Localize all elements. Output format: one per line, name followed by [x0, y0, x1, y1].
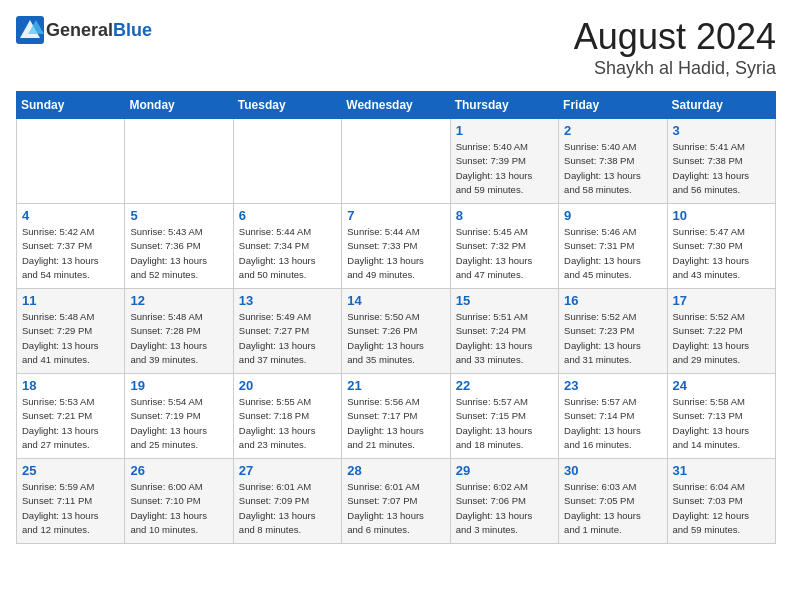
logo-general: General [46, 20, 113, 40]
day-number: 23 [564, 378, 661, 393]
day-info: Sunrise: 5:48 AM Sunset: 7:28 PM Dayligh… [130, 310, 227, 367]
day-info: Sunrise: 5:52 AM Sunset: 7:22 PM Dayligh… [673, 310, 770, 367]
calendar-cell: 28Sunrise: 6:01 AM Sunset: 7:07 PM Dayli… [342, 459, 450, 544]
calendar-table: SundayMondayTuesdayWednesdayThursdayFrid… [16, 91, 776, 544]
day-info: Sunrise: 6:02 AM Sunset: 7:06 PM Dayligh… [456, 480, 553, 537]
day-number: 13 [239, 293, 336, 308]
day-info: Sunrise: 5:43 AM Sunset: 7:36 PM Dayligh… [130, 225, 227, 282]
day-number: 5 [130, 208, 227, 223]
day-info: Sunrise: 5:45 AM Sunset: 7:32 PM Dayligh… [456, 225, 553, 282]
calendar-week-5: 25Sunrise: 5:59 AM Sunset: 7:11 PM Dayli… [17, 459, 776, 544]
logo-icon [16, 16, 44, 44]
weekday-header-saturday: Saturday [667, 92, 775, 119]
day-info: Sunrise: 5:48 AM Sunset: 7:29 PM Dayligh… [22, 310, 119, 367]
weekday-header-wednesday: Wednesday [342, 92, 450, 119]
day-info: Sunrise: 5:41 AM Sunset: 7:38 PM Dayligh… [673, 140, 770, 197]
day-number: 21 [347, 378, 444, 393]
calendar-cell [17, 119, 125, 204]
day-number: 7 [347, 208, 444, 223]
weekday-header-tuesday: Tuesday [233, 92, 341, 119]
calendar-cell [233, 119, 341, 204]
calendar-week-1: 1Sunrise: 5:40 AM Sunset: 7:39 PM Daylig… [17, 119, 776, 204]
calendar-cell: 18Sunrise: 5:53 AM Sunset: 7:21 PM Dayli… [17, 374, 125, 459]
day-number: 1 [456, 123, 553, 138]
day-info: Sunrise: 5:55 AM Sunset: 7:18 PM Dayligh… [239, 395, 336, 452]
day-number: 22 [456, 378, 553, 393]
day-info: Sunrise: 6:01 AM Sunset: 7:09 PM Dayligh… [239, 480, 336, 537]
calendar-cell: 17Sunrise: 5:52 AM Sunset: 7:22 PM Dayli… [667, 289, 775, 374]
day-number: 16 [564, 293, 661, 308]
day-number: 10 [673, 208, 770, 223]
day-info: Sunrise: 5:49 AM Sunset: 7:27 PM Dayligh… [239, 310, 336, 367]
calendar-cell: 20Sunrise: 5:55 AM Sunset: 7:18 PM Dayli… [233, 374, 341, 459]
day-number: 31 [673, 463, 770, 478]
weekday-header-sunday: Sunday [17, 92, 125, 119]
weekday-header-thursday: Thursday [450, 92, 558, 119]
calendar-cell: 8Sunrise: 5:45 AM Sunset: 7:32 PM Daylig… [450, 204, 558, 289]
calendar-cell: 30Sunrise: 6:03 AM Sunset: 7:05 PM Dayli… [559, 459, 667, 544]
day-number: 17 [673, 293, 770, 308]
calendar-cell: 3Sunrise: 5:41 AM Sunset: 7:38 PM Daylig… [667, 119, 775, 204]
day-number: 30 [564, 463, 661, 478]
day-info: Sunrise: 5:57 AM Sunset: 7:15 PM Dayligh… [456, 395, 553, 452]
calendar-cell [342, 119, 450, 204]
calendar-cell: 7Sunrise: 5:44 AM Sunset: 7:33 PM Daylig… [342, 204, 450, 289]
day-info: Sunrise: 5:40 AM Sunset: 7:38 PM Dayligh… [564, 140, 661, 197]
day-info: Sunrise: 5:44 AM Sunset: 7:34 PM Dayligh… [239, 225, 336, 282]
calendar-week-4: 18Sunrise: 5:53 AM Sunset: 7:21 PM Dayli… [17, 374, 776, 459]
calendar-week-3: 11Sunrise: 5:48 AM Sunset: 7:29 PM Dayli… [17, 289, 776, 374]
day-number: 2 [564, 123, 661, 138]
day-number: 27 [239, 463, 336, 478]
calendar-cell: 6Sunrise: 5:44 AM Sunset: 7:34 PM Daylig… [233, 204, 341, 289]
calendar-cell: 31Sunrise: 6:04 AM Sunset: 7:03 PM Dayli… [667, 459, 775, 544]
calendar-cell [125, 119, 233, 204]
day-number: 18 [22, 378, 119, 393]
day-info: Sunrise: 5:47 AM Sunset: 7:30 PM Dayligh… [673, 225, 770, 282]
day-info: Sunrise: 6:03 AM Sunset: 7:05 PM Dayligh… [564, 480, 661, 537]
day-info: Sunrise: 5:52 AM Sunset: 7:23 PM Dayligh… [564, 310, 661, 367]
day-number: 29 [456, 463, 553, 478]
day-info: Sunrise: 5:59 AM Sunset: 7:11 PM Dayligh… [22, 480, 119, 537]
calendar-cell: 4Sunrise: 5:42 AM Sunset: 7:37 PM Daylig… [17, 204, 125, 289]
day-number: 6 [239, 208, 336, 223]
day-info: Sunrise: 5:46 AM Sunset: 7:31 PM Dayligh… [564, 225, 661, 282]
day-info: Sunrise: 5:42 AM Sunset: 7:37 PM Dayligh… [22, 225, 119, 282]
weekday-header-friday: Friday [559, 92, 667, 119]
day-number: 15 [456, 293, 553, 308]
day-number: 28 [347, 463, 444, 478]
day-number: 8 [456, 208, 553, 223]
day-number: 9 [564, 208, 661, 223]
calendar-cell: 9Sunrise: 5:46 AM Sunset: 7:31 PM Daylig… [559, 204, 667, 289]
logo: GeneralBlue [16, 16, 152, 44]
calendar-cell: 21Sunrise: 5:56 AM Sunset: 7:17 PM Dayli… [342, 374, 450, 459]
day-info: Sunrise: 5:58 AM Sunset: 7:13 PM Dayligh… [673, 395, 770, 452]
day-info: Sunrise: 5:50 AM Sunset: 7:26 PM Dayligh… [347, 310, 444, 367]
calendar-cell: 27Sunrise: 6:01 AM Sunset: 7:09 PM Dayli… [233, 459, 341, 544]
day-info: Sunrise: 5:51 AM Sunset: 7:24 PM Dayligh… [456, 310, 553, 367]
title-block: August 2024 Shaykh al Hadid, Syria [574, 16, 776, 79]
calendar-cell: 25Sunrise: 5:59 AM Sunset: 7:11 PM Dayli… [17, 459, 125, 544]
calendar-cell: 11Sunrise: 5:48 AM Sunset: 7:29 PM Dayli… [17, 289, 125, 374]
page-header: GeneralBlue August 2024 Shaykh al Hadid,… [16, 16, 776, 79]
calendar-cell: 2Sunrise: 5:40 AM Sunset: 7:38 PM Daylig… [559, 119, 667, 204]
weekday-header-monday: Monday [125, 92, 233, 119]
day-info: Sunrise: 5:57 AM Sunset: 7:14 PM Dayligh… [564, 395, 661, 452]
day-info: Sunrise: 6:00 AM Sunset: 7:10 PM Dayligh… [130, 480, 227, 537]
calendar-cell: 26Sunrise: 6:00 AM Sunset: 7:10 PM Dayli… [125, 459, 233, 544]
logo-blue: Blue [113, 20, 152, 40]
month-title: August 2024 [574, 16, 776, 58]
day-number: 11 [22, 293, 119, 308]
calendar-cell: 1Sunrise: 5:40 AM Sunset: 7:39 PM Daylig… [450, 119, 558, 204]
calendar-cell: 5Sunrise: 5:43 AM Sunset: 7:36 PM Daylig… [125, 204, 233, 289]
calendar-cell: 13Sunrise: 5:49 AM Sunset: 7:27 PM Dayli… [233, 289, 341, 374]
logo-text: GeneralBlue [46, 20, 152, 41]
day-number: 14 [347, 293, 444, 308]
day-info: Sunrise: 5:44 AM Sunset: 7:33 PM Dayligh… [347, 225, 444, 282]
day-number: 25 [22, 463, 119, 478]
day-number: 4 [22, 208, 119, 223]
calendar-cell: 14Sunrise: 5:50 AM Sunset: 7:26 PM Dayli… [342, 289, 450, 374]
day-number: 3 [673, 123, 770, 138]
day-info: Sunrise: 6:04 AM Sunset: 7:03 PM Dayligh… [673, 480, 770, 537]
day-number: 26 [130, 463, 227, 478]
day-number: 24 [673, 378, 770, 393]
